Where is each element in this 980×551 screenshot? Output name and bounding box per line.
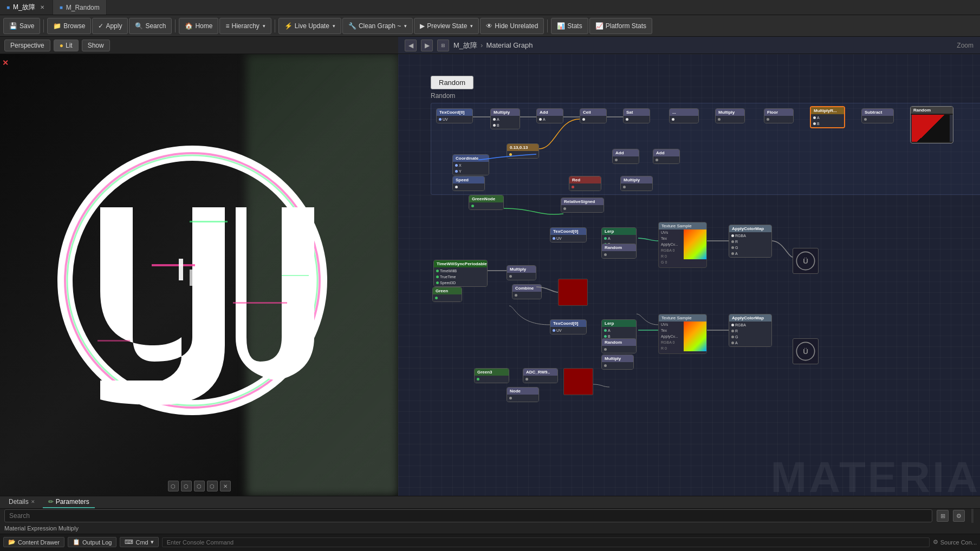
tex-sample-1[interactable]: Texture Sample UVs Tex ApplyCv... RGBA 0… [658,222,707,268]
node-random-2[interactable]: Random [601,244,637,259]
save-button[interactable]: 💾 Save [3,18,40,34]
live-update-button[interactable]: ⚡ Live Update [278,18,341,34]
preview-state-button[interactable]: ▶ Preview State [414,18,479,34]
settings-button[interactable]: ⚙ [953,510,965,522]
lit-button[interactable]: ● Lit [54,40,79,51]
node-bottom-1[interactable]: Node [507,387,539,402]
clean-graph-button[interactable]: 🔧 Clean Graph ~ [342,18,413,34]
output-log-icon: 📋 [73,539,80,546]
vp-icon-2[interactable]: ⬡ [181,481,192,491]
node-add-2[interactable]: Add [612,149,639,164]
node-multiply-selected[interactable]: MultiplyR... A B [810,106,845,128]
node-apply-color-1[interactable]: ApplyColorMap RGBA R G A [729,225,772,258]
node-mid-1[interactable]: ... [669,108,699,123]
bottom-separator [971,509,973,523]
source-control[interactable]: ⚙ Source Con... [933,539,977,546]
node-add-3[interactable]: Add [653,149,680,164]
node-adc-1[interactable]: ADC_RW9.. [523,368,558,383]
details-tab-close[interactable]: ✕ [31,499,35,504]
node-sat-1[interactable]: Sat [623,108,650,123]
node-texcoord-2[interactable]: TexCoord[0] UV [550,227,587,242]
toolbar-separator-2 [175,19,176,32]
nav-forward-button[interactable]: ▶ [421,40,433,51]
tex-sample-2[interactable]: Texture Sample UVs Tex ApplyCv... RGBA 0… [658,314,707,354]
node-multiply-3[interactable]: Multiply [507,265,536,280]
node-random-3[interactable]: Random [601,338,637,353]
material-watermark: MATERIA [771,452,980,496]
nav-grid-button[interactable]: ⊞ [437,40,449,51]
stats-button[interactable]: 📊 Stats [551,18,588,34]
node-add-1[interactable]: Add A [536,108,563,123]
tab-m-random[interactable]: ■ M_Random [53,0,107,15]
node-green-1[interactable]: GreenNode [469,195,504,210]
main-area: Perspective ● Lit Show [0,37,980,496]
node-multiply-2[interactable]: Multiply [620,176,653,191]
breadcrumb-child: Material Graph [486,41,533,49]
home-button[interactable]: 🏠 Home [179,18,218,34]
browse-button[interactable]: 📁 Browse [47,18,91,34]
console-input[interactable] [162,537,930,547]
toolbar: 💾 Save 📁 Browse ✓ Apply 🔍 Search 🏠 Home … [0,15,980,37]
node-coord-1[interactable]: Coordinate X Y [452,154,489,175]
hide-unrelated-button[interactable]: 👁 Hide Unrelated [480,18,544,34]
vp-icon-3[interactable]: ⬡ [194,481,205,491]
vp-icon-5[interactable]: ✕ [220,481,231,491]
svg-rect-3 [152,264,195,266]
node-relative-sign[interactable]: RelativeSigned [561,198,604,213]
content-drawer-button[interactable]: 📂 Content Drawer [3,537,64,547]
cmd-button[interactable]: ⌨ Cmd ▾ [120,537,158,547]
tab-bar: ■ M_故障 ✕ ■ M_Random [0,0,980,15]
node-ceil-1[interactable]: Ceil [580,108,607,123]
vp-x-mark: ✕ [2,58,9,67]
save-icon: 💾 [9,22,17,30]
node-graph[interactable]: ◀ ▶ ⊞ M_故障 › Material Graph Zoom MATERIA… [398,37,980,496]
nav-back-button[interactable]: ◀ [405,40,417,51]
node-time-sync[interactable]: TimeWillSyncPeriodable TimeWillB TrueTim… [433,260,488,287]
tab-m-guzang[interactable]: ■ M_故障 ✕ [0,0,53,15]
node-multiply-4[interactable]: Multiply [601,355,634,370]
grid-view-button[interactable]: ⊞ [937,510,949,522]
node-mid-3[interactable]: Floor [764,108,794,123]
node-random-output[interactable]: Random [910,106,953,143]
node-green-2[interactable]: Green [432,287,462,302]
random-label: Random [431,92,455,100]
svg-rect-7 [282,275,309,276]
details-tab[interactable]: Details ✕ [3,496,41,508]
node-texcoord-3[interactable]: TexCoord[0] UV [550,319,587,334]
cmd-icon: ⌨ [125,539,133,546]
node-red-1[interactable]: Red [569,176,601,191]
search-input[interactable] [4,509,932,522]
output-log-button[interactable]: 📋 Output Log [68,537,116,547]
platform-stats-button[interactable]: 📈 Platform Stats [589,18,652,34]
node-green-3[interactable]: Green3 [474,368,509,383]
node-subtract-1[interactable]: Subtract [861,108,894,123]
search-button[interactable]: 🔍 Search [129,18,172,34]
breadcrumb-root[interactable]: M_故障 [453,41,477,50]
node-orange-value[interactable]: 0.13,0.13 [507,143,539,159]
tab-close-guzang[interactable]: ✕ [38,4,46,11]
node-combine-1[interactable]: Combine [512,284,542,299]
show-button[interactable]: Show [82,40,110,51]
svg-text:Ü: Ü [803,347,808,356]
node-texcoord-1[interactable]: TexCoord[0] UV [436,108,473,123]
hierarchy-button[interactable]: ≡ Hierarchy [219,18,271,34]
graph-canvas[interactable]: MATERIA Random Random TexCoord[0] UV Mul… [398,54,980,496]
source-control-label: Source Con... [940,539,977,546]
node-mid-2[interactable]: Multiply [715,108,745,123]
tab-label-guzang: M_故障 [13,3,35,12]
random-button[interactable]: Random [431,76,473,89]
vp-icon-4[interactable]: ⬡ [207,481,218,491]
toolbar-separator-3 [275,19,275,32]
toolbar-separator-4 [547,19,548,32]
perspective-button[interactable]: Perspective [4,40,50,51]
node-multiply-1[interactable]: Multiply A B [490,108,520,129]
parameters-tab[interactable]: ✏ Parameters [43,496,95,508]
node-speed-1[interactable]: Speed [452,176,485,191]
apply-button[interactable]: ✓ Apply [92,18,128,34]
node-apply-color-2[interactable]: ApplyColorMap RGBA R G A [729,314,772,347]
vp-icon-1[interactable]: ⬡ [168,481,179,491]
bottom-content: ⊞ ⚙ [0,509,980,523]
browse-icon: 📁 [53,22,61,30]
clean-graph-icon: 🔧 [348,22,356,30]
viewport[interactable]: Perspective ● Lit Show [0,37,398,496]
